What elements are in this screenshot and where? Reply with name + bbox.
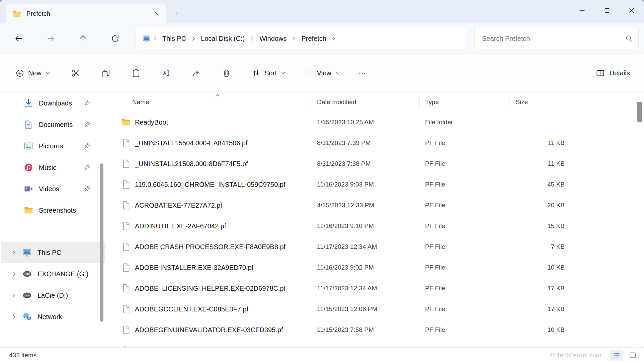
details-view-toggle[interactable]	[610, 350, 623, 361]
table-row[interactable]: ADOBE CRASH PROCESSOR.EXE-F8A0E9B8.pf 11…	[107, 236, 644, 257]
sidebar-item-videos[interactable]: Videos	[1, 178, 105, 200]
file-name-cell[interactable]: ACROBAT.EXE-77E27A72.pf	[107, 200, 311, 210]
sidebar-item-label: Documents	[39, 121, 84, 129]
vertical-scrollbar[interactable]	[637, 92, 642, 347]
file-name: ReadyBoot	[135, 119, 168, 126]
chevron-right-icon[interactable]	[9, 270, 18, 278]
view-button[interactable]: View	[299, 64, 345, 82]
sidebar-item-this-pc[interactable]: This PC	[1, 242, 105, 263]
sort-button-label: Sort	[264, 69, 277, 77]
file-name-cell[interactable]: _UNINSTALL21508.000-8D6F74F5.pf	[107, 159, 311, 169]
column-header-date-modified[interactable]: Date modified	[311, 96, 420, 108]
table-row[interactable]: _UNINSTALL15504.000-EA841506.pf 8/31/202…	[107, 133, 644, 153]
breadcrumb-prefetch[interactable]: Prefetch	[297, 32, 330, 45]
up-button[interactable]	[74, 29, 92, 48]
file-name-cell[interactable]: ADDINUTIL.EXE-2AF67042.pf	[107, 221, 311, 231]
file-name-cell[interactable]: ADOBE_LICENSING_HELPER.EXE-02D6978C.pf	[107, 283, 311, 293]
tab-prefetch[interactable]: Prefetch	[6, 4, 166, 23]
large-icons-view-toggle[interactable]	[626, 350, 639, 361]
pin-icon	[84, 185, 91, 193]
file-name-cell[interactable]: ADOBE INSTALLER.EXE-32A9ED70.pf	[107, 263, 311, 273]
delete-button[interactable]	[217, 64, 235, 82]
file-type: PF File	[420, 326, 509, 334]
table-row[interactable]: _UNINSTALL21508.000-8D6F74F5.pf 8/31/202…	[107, 153, 644, 174]
sidebar-item-screenshots[interactable]: Screenshots	[1, 200, 105, 221]
tab-close-icon[interactable]	[151, 8, 162, 19]
back-button[interactable]	[9, 29, 28, 48]
chevron-right-icon	[190, 35, 197, 42]
column-header-size[interactable]: Size	[509, 96, 573, 108]
sidebar-item-exchange-drive[interactable]: EXCHANGE (G:)	[1, 263, 105, 285]
new-tab-button[interactable]	[170, 7, 182, 19]
file-type: PF File	[420, 160, 509, 167]
details-pane-button[interactable]: Details	[590, 64, 635, 82]
search-input[interactable]	[481, 34, 625, 43]
sidebar-item-lacie-drive[interactable]: LaCie (D:)	[1, 285, 105, 306]
sidebar-item-label: Music	[39, 164, 84, 171]
sidebar-item-network[interactable]: Network	[1, 306, 105, 328]
column-header-name[interactable]: Name	[107, 96, 311, 108]
rename-button[interactable]	[157, 64, 175, 82]
file-size: 17 KB	[509, 285, 573, 292]
minimize-button[interactable]	[570, 0, 594, 21]
close-button[interactable]	[619, 0, 644, 21]
file-icon	[121, 263, 131, 273]
music-icon	[23, 162, 33, 172]
file-size: 7 KB	[509, 243, 573, 250]
file-size: 11 KB	[509, 139, 573, 147]
file-date-modified: 11/16/2023 9:02 PM	[311, 264, 420, 271]
table-row[interactable]: ADDINUTIL.EXE-2AF67042.pf 11/16/2023 9:1…	[107, 216, 644, 236]
cut-button[interactable]	[67, 64, 85, 82]
search-box[interactable]	[474, 28, 639, 49]
breadcrumb-windows[interactable]: Windows	[255, 32, 291, 45]
sidebar-item-pictures[interactable]: Pictures	[1, 135, 105, 157]
more-options-button[interactable]	[353, 64, 372, 82]
chevron-right-icon	[291, 35, 297, 42]
chevron-right-icon	[330, 35, 337, 42]
sidebar-item-music[interactable]: Music	[1, 157, 105, 178]
lacie-drive-icon	[22, 269, 32, 279]
table-row[interactable]: ADOBE INSTALLER.EXE-32A9ED70.pf 11/16/20…	[107, 257, 644, 278]
chevron-right-icon[interactable]	[9, 312, 18, 321]
chevron-down-icon	[335, 70, 341, 76]
file-date-modified: 11/15/2023 7:58 PM	[311, 326, 420, 334]
file-name-cell[interactable]: ADOBEGENUINEVALIDATOR.EXE-03CFD395.pf	[107, 325, 311, 335]
new-plus-icon	[15, 68, 25, 78]
paste-button[interactable]	[127, 64, 145, 82]
sort-icon	[251, 68, 261, 78]
file-name-cell[interactable]: ReadyBoot	[107, 117, 311, 127]
file-icon	[121, 179, 131, 190]
file-name-cell[interactable]: ADOBE CRASH PROCESSOR.EXE-F8A0E9B8.pf	[107, 242, 311, 252]
share-button[interactable]	[187, 64, 205, 82]
item-count: 432 items	[9, 352, 36, 359]
sidebar-scrollbar-thumb[interactable]	[100, 163, 103, 322]
table-row[interactable]: ADOBEGCCLIENT.EXE-C085E3F7.pf 11/15/2023…	[107, 299, 644, 319]
videos-icon	[23, 184, 33, 194]
scrollbar-thumb[interactable]	[637, 102, 642, 122]
file-name-cell[interactable]: _UNINSTALL15504.000-EA841506.pf	[107, 138, 311, 148]
sidebar-item-documents[interactable]: Documents	[1, 114, 105, 135]
chevron-right-icon[interactable]	[9, 291, 18, 300]
copy-button[interactable]	[97, 64, 115, 82]
breadcrumb[interactable]: This PC Local Disk (C:) Windows Prefetch	[136, 28, 466, 49]
file-icon	[121, 346, 131, 347]
forward-button[interactable]	[42, 29, 60, 48]
chevron-right-icon[interactable]	[9, 248, 18, 257]
maximize-button[interactable]	[594, 0, 619, 21]
search-icon[interactable]	[625, 34, 633, 43]
sidebar-item-downloads[interactable]: Downloads	[1, 92, 105, 114]
refresh-button[interactable]	[106, 29, 125, 48]
table-row[interactable]: ADOBEGENUINEVALIDATOR.EXE-03CFD395.pf 11…	[107, 319, 644, 340]
table-row[interactable]: ACROBAT.EXE-77E27A72.pf 4/15/2023 12:33 …	[107, 195, 644, 216]
breadcrumb-local-disk[interactable]: Local Disk (C:)	[197, 32, 249, 45]
table-row[interactable]: ADOBE_LICENSING_HELPER.EXE-02D6978C.pf 1…	[107, 278, 644, 299]
column-header-type[interactable]: Type	[420, 96, 509, 108]
table-row[interactable]: ReadyBoot 1/15/2023 10:25 AM File folder	[107, 112, 644, 133]
new-button[interactable]: New	[10, 64, 56, 82]
sort-button[interactable]: Sort	[246, 64, 291, 82]
file-name-cell[interactable]: 119.0.6045.160_CHROME_INSTALL-059C9750.p…	[107, 179, 311, 190]
table-row[interactable]: 119.0.6045.160_CHROME_INSTALL-059C9750.p…	[107, 174, 644, 195]
breadcrumb-this-pc[interactable]: This PC	[158, 32, 190, 45]
file-name-cell[interactable]: ADOBEGCCLIENT.EXE-C085E3F7.pf	[107, 304, 311, 314]
file-type: PF File	[420, 285, 509, 292]
